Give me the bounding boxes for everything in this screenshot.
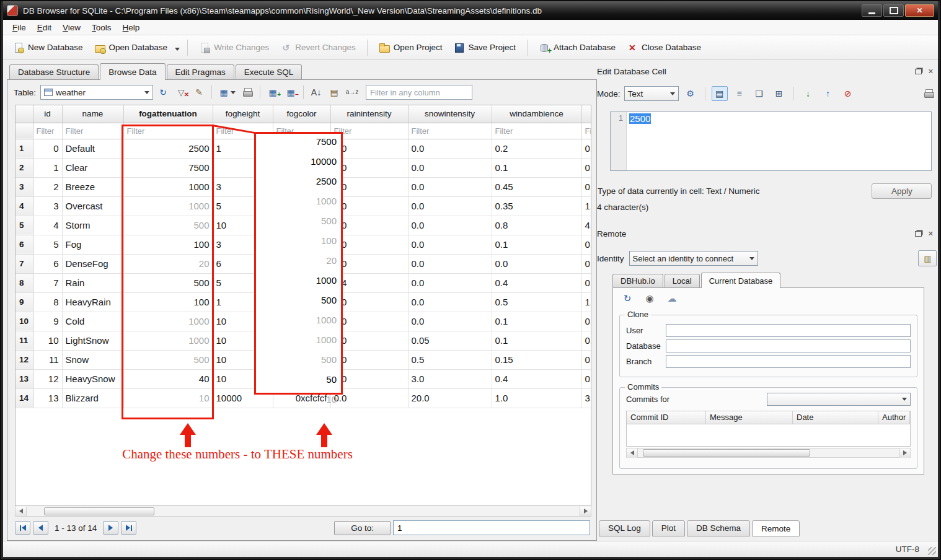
editor-content[interactable]: 2500 [627, 112, 931, 170]
push-button[interactable]: ☁ [664, 291, 680, 306]
cell-name[interactable]: Blizzard [62, 388, 123, 408]
cell-windambience[interactable]: 0.0 [492, 254, 581, 273]
edit-filter-button[interactable]: ✎ [191, 85, 207, 100]
cell-fogheight[interactable]: 5 [213, 273, 273, 292]
cell-rainintensity[interactable]: 0.0 [330, 369, 408, 388]
cell-w[interactable]: 0.1 [581, 331, 591, 350]
cell-windambience[interactable]: 0.5 [492, 292, 581, 312]
export-button[interactable]: ↑ [820, 86, 836, 101]
cell-fogattenuation[interactable]: 500 [123, 350, 213, 369]
cell-windambience[interactable]: 0.2 [492, 139, 581, 158]
cell-fogheight[interactable]: 10000 [213, 388, 273, 408]
commits-horizontal-scrollbar[interactable] [626, 448, 911, 458]
first-page-button[interactable] [15, 521, 30, 535]
cell-windambience[interactable]: 0.4 [492, 369, 581, 388]
cell-fogheight[interactable]: 1 [213, 292, 273, 312]
row-number[interactable]: 5 [15, 216, 33, 235]
cell-fogcolor[interactable] [273, 235, 330, 254]
cell-snowintensity[interactable]: 0.05 [408, 331, 492, 350]
cell-fogattenuation[interactable]: 500 [123, 216, 213, 235]
cell-w[interactable]: 4.0 [581, 216, 591, 235]
refresh-button[interactable]: ↻ [155, 85, 171, 100]
close-database-button[interactable]: ✕Close Database [622, 39, 706, 56]
row-number[interactable]: 13 [15, 369, 33, 388]
scroll-right-icon[interactable] [580, 507, 591, 516]
cell-rainintensity[interactable]: 0.0 [330, 139, 408, 158]
encoding-indicator[interactable]: UTF-8 [896, 545, 919, 554]
scroll-track[interactable] [638, 448, 899, 458]
cell-snowintensity[interactable]: 20.0 [408, 388, 492, 408]
cell-fogheight[interactable]: 6 [213, 254, 273, 273]
cell-rainintensity[interactable]: 0.0 [330, 350, 408, 369]
remote-tab-local[interactable]: Local [665, 274, 700, 288]
column-header-windambience[interactable]: windambience [492, 105, 581, 123]
cell-id[interactable]: 10 [33, 331, 62, 350]
cell-w[interactable]: 0.7 [581, 273, 591, 292]
row-number[interactable]: 7 [15, 254, 33, 273]
cell-id[interactable]: 3 [33, 196, 62, 216]
cell-id[interactable]: 8 [33, 292, 62, 312]
cell-rainintensity[interactable]: 0.0 [330, 216, 408, 235]
row-number[interactable]: 14 [15, 388, 33, 408]
cell-w[interactable]: 0.2 [581, 158, 591, 177]
cell-snowintensity[interactable]: 0.0 [408, 254, 492, 273]
cell-fogheight[interactable]: 10 [213, 216, 273, 235]
column-header-fogattenuation[interactable]: fogattenuation [123, 105, 213, 123]
cell-fogcolor[interactable] [273, 350, 330, 369]
cell-fogattenuation[interactable]: 100 [123, 235, 213, 254]
column-header-snowintensity[interactable]: snowintensity [408, 105, 492, 123]
filter-input-fogattenuation[interactable]: Filter [123, 123, 213, 139]
cell-rainintensity[interactable]: 0.0 [330, 196, 408, 216]
scroll-thumb[interactable] [643, 449, 810, 457]
settings-button[interactable]: ⚙ [683, 86, 699, 101]
cell-snowintensity[interactable]: 0.0 [408, 139, 492, 158]
row-number[interactable]: 9 [15, 292, 33, 312]
cell-windambience[interactable]: 0.4 [492, 273, 581, 292]
clone-database-input[interactable] [666, 339, 911, 352]
cell-name[interactable]: HeavySnow [62, 369, 123, 388]
close-panel-icon[interactable] [924, 66, 937, 76]
cell-name[interactable]: Rain [62, 273, 123, 292]
cell-snowintensity[interactable]: 0.5 [408, 350, 492, 369]
cell-w[interactable]: 0.2 [581, 254, 591, 273]
insert-record-button[interactable]: ▦+ [265, 85, 281, 100]
cell-w[interactable]: 0.1 [581, 312, 591, 331]
next-page-button[interactable] [103, 521, 118, 535]
tab-edit-pragmas[interactable]: Edit Pragmas [167, 64, 234, 80]
cell-windambience[interactable]: 1.0 [492, 388, 581, 408]
maximize-button[interactable] [883, 4, 904, 17]
cell-id[interactable]: 2 [33, 177, 62, 196]
import-certificate-button[interactable]: ▥ [918, 250, 937, 266]
clone-user-input[interactable] [666, 324, 911, 337]
scroll-track[interactable] [27, 507, 580, 516]
apply-button[interactable]: Apply [872, 183, 932, 199]
commits-column-commit-id[interactable]: Commit ID [627, 411, 706, 424]
cell-windambience[interactable]: 0.1 [492, 158, 581, 177]
cell-name[interactable]: Storm [62, 216, 123, 235]
cell-id[interactable]: 12 [33, 369, 62, 388]
import-button[interactable]: ↓ [800, 86, 816, 101]
save-project-button[interactable]: Save Project [449, 39, 521, 56]
save-view-button[interactable]: ▦ [216, 85, 237, 100]
column-header-fogheight[interactable]: fogheight [213, 105, 273, 123]
cell-name[interactable]: Overcast [62, 196, 123, 216]
cell-fogcolor[interactable] [273, 292, 330, 312]
cell-fogattenuation[interactable]: 10 [123, 388, 213, 408]
row-number[interactable]: 11 [15, 331, 33, 350]
close-button[interactable] [905, 4, 934, 17]
word-wrap-button[interactable]: ≡ [731, 86, 748, 101]
cell-fogattenuation[interactable]: 100 [123, 292, 213, 312]
cell-fogattenuation[interactable]: 20 [123, 254, 213, 273]
cell-rainintensity[interactable]: 0.0 [330, 254, 408, 273]
cell-name[interactable]: DenseFog [62, 254, 123, 273]
goto-button[interactable]: Go to: [334, 521, 391, 535]
cell-fogattenuation[interactable]: 2500 [123, 139, 213, 158]
minimize-button[interactable] [862, 4, 882, 17]
cell-name[interactable]: Fog [62, 235, 123, 254]
cell-name[interactable]: Clear [62, 158, 123, 177]
row-number[interactable]: 2 [15, 158, 33, 177]
grid-horizontal-scrollbar[interactable] [15, 506, 591, 517]
row-number[interactable]: 6 [15, 235, 33, 254]
last-page-button[interactable] [121, 521, 136, 535]
cell-id[interactable]: 11 [33, 350, 62, 369]
